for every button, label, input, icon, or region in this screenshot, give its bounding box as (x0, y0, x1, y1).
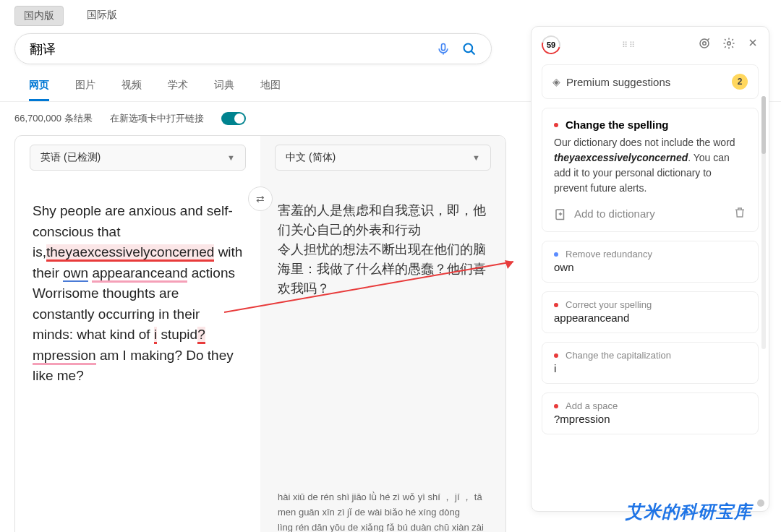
svg-point-6 (700, 39, 709, 48)
svg-point-8 (727, 42, 731, 46)
drag-handle-icon[interactable]: ⠿⠿ (622, 40, 636, 50)
scrollbar-thumb[interactable] (761, 96, 766, 154)
open-new-label: 在新选项卡中打开链接 (110, 112, 204, 125)
tab-video[interactable]: 视频 (121, 72, 142, 101)
target-column: 中文 (简体) ▼ 害羞的人是焦虑和自我意识，即，他们关心自己的外表和行动 令人… (260, 136, 505, 532)
red-dot-icon (554, 404, 558, 408)
card-title: Change the capitalization (566, 350, 671, 361)
trash-icon[interactable] (733, 206, 746, 221)
premium-suggestions-card[interactable]: ◈ Premium suggestions 2 (542, 64, 759, 99)
diamond-icon: ◈ (552, 76, 560, 87)
svg-point-7 (703, 42, 707, 46)
tab-academic[interactable]: 学术 (168, 72, 188, 101)
card-title: Remove redundancy (566, 249, 652, 259)
tab-map[interactable]: 地图 (260, 72, 281, 101)
chevron-down-icon: ▼ (472, 153, 480, 162)
error-underline[interactable]: ? (197, 327, 205, 344)
panel-header: 59 ⠿⠿ (532, 27, 769, 61)
red-dot-icon (554, 353, 558, 358)
red-dot-icon (554, 123, 558, 127)
error-underline[interactable]: own (63, 265, 88, 282)
source-lang-dropdown[interactable]: 英语 (已检测) ▼ (30, 145, 246, 171)
international-tab[interactable]: 国际版 (78, 6, 126, 26)
blue-dot-icon (554, 252, 558, 257)
book-plus-icon (554, 207, 567, 220)
source-column: 英语 (已检测) ▼ Shy people are anxious and se… (15, 136, 260, 532)
card-word: i (554, 362, 746, 374)
suggestion-card[interactable]: Remove redundancy own (542, 241, 759, 283)
mic-icon[interactable] (436, 42, 451, 56)
source-text[interactable]: Shy people are anxious and self-consciou… (15, 179, 260, 490)
source-lang-label: 英语 (已检测) (40, 151, 101, 164)
close-icon[interactable] (747, 37, 759, 53)
target-text: 害羞的人是焦虑和自我意识，即，他们关心自己的外表和行动 令人担忧的想法不断出现在… (260, 179, 505, 490)
target-lang-label: 中文 (简体) (286, 151, 336, 164)
card-title: Correct your spelling (566, 299, 652, 310)
card-title: Add a space (566, 400, 618, 411)
translate-widget: 英语 (已检测) ▼ Shy people are anxious and se… (14, 135, 506, 532)
error-underline[interactable]: theyaexcessivelyconcerned (46, 244, 214, 262)
pinyin-text: hài xiū de rén shì jiāo lǜ hé zì wǒ yì s… (260, 490, 505, 532)
watermark: 艾米的科研宝库 (626, 500, 752, 523)
suggestion-card[interactable]: Change the capitalization i (542, 342, 759, 384)
search-bar (14, 33, 492, 64)
search-input[interactable] (30, 41, 436, 56)
grammar-panel: 59 ⠿⠿ ◈ Premium suggestions 2 Change the… (531, 26, 769, 512)
resize-handle-icon[interactable] (757, 499, 764, 507)
score-badge[interactable]: 59 (538, 32, 564, 58)
version-tabs: 国内版 国际版 (0, 0, 781, 26)
chevron-down-icon: ▼ (227, 153, 235, 162)
search-icon[interactable] (462, 42, 477, 56)
card-title: Change the spelling (566, 119, 669, 131)
open-new-toggle[interactable] (221, 112, 246, 125)
suggestion-card[interactable]: Correct your spelling appearanceand (542, 291, 759, 333)
card-body: Our dictionary does not include the word… (554, 135, 746, 196)
svg-rect-0 (442, 43, 445, 50)
error-underline[interactable]: mpression (33, 348, 96, 365)
tab-image[interactable]: 图片 (75, 72, 95, 101)
card-word: own (554, 261, 746, 273)
premium-label: Premium suggestions (566, 76, 670, 88)
tab-web[interactable]: 网页 (29, 72, 49, 101)
target-icon[interactable] (698, 37, 711, 53)
card-word: ?mpression (554, 413, 746, 425)
panel-body: ◈ Premium suggestions 2 Change the spell… (532, 61, 769, 511)
swap-languages-button[interactable]: ⇄ (248, 186, 273, 211)
add-to-dictionary-button[interactable]: Add to dictionary (554, 207, 655, 220)
tab-dict[interactable]: 词典 (214, 72, 234, 101)
premium-count-badge: 2 (732, 74, 748, 90)
card-word: appearanceand (554, 312, 746, 324)
svg-point-1 (464, 43, 473, 52)
domestic-tab[interactable]: 国内版 (14, 6, 64, 26)
gear-icon[interactable] (722, 37, 735, 53)
result-count: 66,700,000 条结果 (14, 112, 93, 125)
target-lang-dropdown[interactable]: 中文 (简体) ▼ (275, 145, 491, 171)
suggestion-card-expanded[interactable]: Change the spelling Our dictionary does … (542, 108, 759, 232)
scrollbar[interactable] (761, 96, 766, 349)
error-underline[interactable]: appearanceand (92, 265, 187, 283)
suggestion-card[interactable]: Add a space ?mpression (542, 392, 759, 434)
red-dot-icon (554, 303, 558, 307)
